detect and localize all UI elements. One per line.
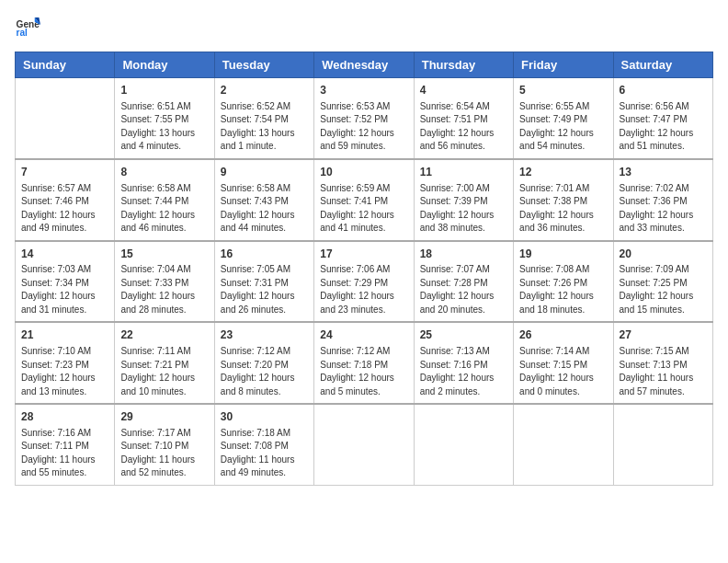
day-info: Sunrise: 7:13 AM Sunset: 7:16 PM Dayligh… [420,345,507,398]
calendar-week-5: 28Sunrise: 7:16 AM Sunset: 7:11 PM Dayli… [16,404,713,485]
calendar-week-3: 14Sunrise: 7:03 AM Sunset: 7:34 PM Dayli… [16,241,713,323]
col-header-wednesday: Wednesday [314,52,414,78]
calendar-cell: 27Sunrise: 7:15 AM Sunset: 7:13 PM Dayli… [613,322,712,404]
day-number: 24 [320,327,407,343]
day-number: 15 [120,247,208,262]
day-number: 2 [221,83,308,98]
day-number: 4 [420,83,507,98]
calendar-cell: 10Sunrise: 6:59 AM Sunset: 7:41 PM Dayli… [314,159,414,241]
day-info: Sunrise: 7:07 AM Sunset: 7:28 PM Dayligh… [420,263,507,316]
day-info: Sunrise: 7:12 AM Sunset: 7:20 PM Dayligh… [221,345,308,398]
day-info: Sunrise: 6:59 AM Sunset: 7:41 PM Dayligh… [320,182,407,236]
calendar-week-1: 1Sunrise: 6:51 AM Sunset: 7:55 PM Daylig… [16,78,713,159]
calendar-cell: 19Sunrise: 7:08 AM Sunset: 7:26 PM Dayli… [514,241,613,323]
calendar-cell: 9Sunrise: 6:58 AM Sunset: 7:43 PM Daylig… [214,159,313,241]
day-info: Sunrise: 7:14 AM Sunset: 7:15 PM Dayligh… [519,345,607,398]
calendar-cell: 8Sunrise: 6:58 AM Sunset: 7:44 PM Daylig… [115,159,214,241]
day-info: Sunrise: 7:06 AM Sunset: 7:29 PM Dayligh… [320,263,407,316]
day-info: Sunrise: 7:03 AM Sunset: 7:34 PM Dayligh… [21,263,108,316]
day-number: 10 [320,165,407,180]
calendar-cell: 29Sunrise: 7:17 AM Sunset: 7:10 PM Dayli… [115,404,214,485]
calendar-cell: 23Sunrise: 7:12 AM Sunset: 7:20 PM Dayli… [214,322,313,404]
day-info: Sunrise: 6:56 AM Sunset: 7:47 PM Dayligh… [620,100,707,154]
calendar-cell: 28Sunrise: 7:16 AM Sunset: 7:11 PM Dayli… [16,404,115,485]
calendar-week-2: 7Sunrise: 6:57 AM Sunset: 7:46 PM Daylig… [16,159,713,241]
day-info: Sunrise: 6:53 AM Sunset: 7:52 PM Dayligh… [320,100,407,154]
col-header-tuesday: Tuesday [214,52,313,78]
day-info: Sunrise: 6:57 AM Sunset: 7:46 PM Dayligh… [21,182,108,236]
day-info: Sunrise: 7:01 AM Sunset: 7:38 PM Dayligh… [519,182,607,236]
day-info: Sunrise: 7:18 AM Sunset: 7:08 PM Dayligh… [221,427,308,480]
day-number: 7 [21,165,108,180]
day-number: 23 [221,327,308,343]
calendar-cell: 5Sunrise: 6:55 AM Sunset: 7:49 PM Daylig… [514,78,613,159]
calendar-cell: 11Sunrise: 7:00 AM Sunset: 7:39 PM Dayli… [414,159,513,241]
svg-text:ral: ral [17,28,28,38]
day-info: Sunrise: 6:51 AM Sunset: 7:55 PM Dayligh… [120,100,208,154]
day-info: Sunrise: 7:08 AM Sunset: 7:26 PM Dayligh… [519,263,607,316]
day-number: 29 [120,409,208,425]
day-number: 3 [320,83,407,98]
day-number: 20 [620,247,707,262]
day-number: 26 [519,327,607,343]
day-info: Sunrise: 7:15 AM Sunset: 7:13 PM Dayligh… [620,345,707,398]
calendar-table: SundayMondayTuesdayWednesdayThursdayFrid… [15,52,713,486]
calendar-cell: 14Sunrise: 7:03 AM Sunset: 7:34 PM Dayli… [16,241,115,323]
day-number: 14 [21,247,108,262]
day-number: 21 [21,327,108,343]
calendar-cell [613,404,712,485]
calendar-cell: 2Sunrise: 6:52 AM Sunset: 7:54 PM Daylig… [214,78,313,159]
day-info: Sunrise: 6:58 AM Sunset: 7:44 PM Dayligh… [120,182,208,236]
col-header-thursday: Thursday [414,52,513,78]
calendar-week-4: 21Sunrise: 7:10 AM Sunset: 7:23 PM Dayli… [16,322,713,404]
logo: Gene ral [15,15,44,40]
day-info: Sunrise: 7:17 AM Sunset: 7:10 PM Dayligh… [120,427,208,480]
day-number: 22 [120,327,208,343]
day-number: 18 [420,247,507,262]
col-header-monday: Monday [115,52,214,78]
calendar-cell: 16Sunrise: 7:05 AM Sunset: 7:31 PM Dayli… [214,241,313,323]
day-info: Sunrise: 7:00 AM Sunset: 7:39 PM Dayligh… [420,182,507,236]
calendar-cell: 21Sunrise: 7:10 AM Sunset: 7:23 PM Dayli… [16,322,115,404]
day-info: Sunrise: 7:04 AM Sunset: 7:33 PM Dayligh… [120,263,208,316]
day-number: 27 [620,327,707,343]
calendar-header-row: SundayMondayTuesdayWednesdayThursdayFrid… [16,52,713,78]
day-number: 16 [221,247,308,262]
day-info: Sunrise: 7:02 AM Sunset: 7:36 PM Dayligh… [620,182,707,236]
day-number: 25 [420,327,507,343]
calendar-cell [16,78,115,159]
calendar-cell: 12Sunrise: 7:01 AM Sunset: 7:38 PM Dayli… [514,159,613,241]
day-number: 17 [320,247,407,262]
day-number: 12 [519,165,607,180]
calendar-cell: 13Sunrise: 7:02 AM Sunset: 7:36 PM Dayli… [613,159,712,241]
day-info: Sunrise: 7:11 AM Sunset: 7:21 PM Dayligh… [120,345,208,398]
calendar-cell: 24Sunrise: 7:12 AM Sunset: 7:18 PM Dayli… [314,322,414,404]
col-header-friday: Friday [514,52,613,78]
day-info: Sunrise: 7:05 AM Sunset: 7:31 PM Dayligh… [221,263,308,316]
day-info: Sunrise: 6:52 AM Sunset: 7:54 PM Dayligh… [221,100,308,154]
logo-icon: Gene ral [15,15,40,40]
day-info: Sunrise: 7:10 AM Sunset: 7:23 PM Dayligh… [21,345,108,398]
day-info: Sunrise: 6:58 AM Sunset: 7:43 PM Dayligh… [221,182,308,236]
day-number: 30 [221,409,308,425]
calendar-cell: 6Sunrise: 6:56 AM Sunset: 7:47 PM Daylig… [613,78,712,159]
day-number: 9 [221,165,308,180]
calendar-cell [314,404,414,485]
calendar-cell [514,404,613,485]
day-number: 13 [620,165,707,180]
day-number: 19 [519,247,607,262]
calendar-cell: 4Sunrise: 6:54 AM Sunset: 7:51 PM Daylig… [414,78,513,159]
day-number: 6 [620,83,707,98]
day-number: 5 [519,83,607,98]
calendar-cell: 17Sunrise: 7:06 AM Sunset: 7:29 PM Dayli… [314,241,414,323]
calendar-cell [414,404,513,485]
calendar-cell: 3Sunrise: 6:53 AM Sunset: 7:52 PM Daylig… [314,78,414,159]
calendar-cell: 22Sunrise: 7:11 AM Sunset: 7:21 PM Dayli… [115,322,214,404]
day-info: Sunrise: 7:16 AM Sunset: 7:11 PM Dayligh… [21,427,108,480]
day-number: 11 [420,165,507,180]
page-header: Gene ral [15,15,713,40]
calendar-cell: 25Sunrise: 7:13 AM Sunset: 7:16 PM Dayli… [414,322,513,404]
calendar-cell: 30Sunrise: 7:18 AM Sunset: 7:08 PM Dayli… [214,404,313,485]
day-info: Sunrise: 7:09 AM Sunset: 7:25 PM Dayligh… [620,263,707,316]
calendar-cell: 26Sunrise: 7:14 AM Sunset: 7:15 PM Dayli… [514,322,613,404]
